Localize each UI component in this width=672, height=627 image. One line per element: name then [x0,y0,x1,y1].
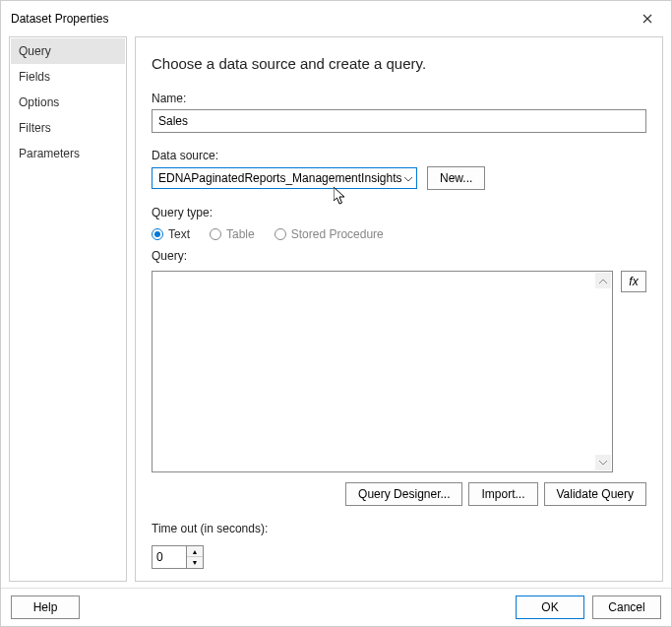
help-button[interactable]: Help [11,596,80,619]
query-designer-button[interactable]: Query Designer... [345,482,462,506]
spinner-up-button[interactable]: ▲ [187,546,203,557]
query-actions: Query Designer... Import... Validate Que… [152,482,646,506]
sidebar-item-label: Filters [19,121,51,135]
chevron-up-icon [599,279,607,283]
ok-button[interactable]: OK [516,596,584,619]
radio-table[interactable]: Table [210,227,255,241]
validate-query-button[interactable]: Validate Query [544,482,647,506]
sidebar-item-label: Parameters [19,147,80,160]
sidebar: Query Fields Options Filters Parameters [9,36,127,582]
query-label: Query: [152,249,646,263]
scroll-up-button[interactable] [595,273,611,288]
titlebar: Dataset Properties [1,1,671,36]
timeout-label: Time out (in seconds): [152,522,646,535]
sidebar-item-parameters[interactable]: Parameters [11,141,125,166]
spinner-down-button[interactable]: ▼ [187,557,203,568]
import-button[interactable]: Import... [468,482,537,506]
page-heading: Choose a data source and create a query. [152,55,646,72]
dialog-footer: Help OK Cancel [1,588,671,626]
content-area: Query Fields Options Filters Parameters … [1,36,671,588]
timeout-input[interactable] [152,545,187,569]
sidebar-item-query[interactable]: Query [11,38,125,64]
close-icon [642,14,652,24]
expression-button[interactable]: fx [621,271,646,292]
datasource-selected: EDNAPaginatedReports_ManagementInsights [158,171,401,185]
datasource-label: Data source: [152,149,646,162]
radio-label: Text [168,227,190,241]
scroll-down-button[interactable] [595,455,611,470]
radio-icon [210,228,221,240]
radio-text[interactable]: Text [152,227,190,241]
radio-icon [152,228,163,240]
window-title: Dataset Properties [11,12,108,26]
sidebar-item-filters[interactable]: Filters [11,115,125,141]
name-input[interactable] [152,109,646,133]
radio-label: Table [226,227,255,241]
chevron-down-icon [599,461,607,466]
close-button[interactable] [632,9,663,29]
sidebar-item-label: Query [19,44,51,58]
querytype-label: Query type: [152,206,646,219]
query-textarea[interactable] [152,271,613,472]
radio-stored-procedure[interactable]: Stored Procedure [275,227,384,241]
querytype-group: Text Table Stored Procedure [152,227,646,241]
sidebar-item-fields[interactable]: Fields [11,64,125,90]
cancel-button[interactable]: Cancel [592,596,661,619]
name-label: Name: [152,92,646,105]
sidebar-item-label: Fields [19,70,50,84]
new-datasource-button[interactable]: New... [427,166,485,190]
sidebar-item-label: Options [19,95,59,109]
main-panel: Choose a data source and create a query.… [135,36,663,582]
datasource-combo[interactable]: EDNAPaginatedReports_ManagementInsights [152,167,417,189]
radio-label: Stored Procedure [291,227,384,241]
sidebar-item-options[interactable]: Options [11,90,125,115]
timeout-spinner[interactable]: ▲ ▼ [152,545,204,569]
chevron-down-icon [404,171,412,185]
radio-icon [275,228,286,240]
